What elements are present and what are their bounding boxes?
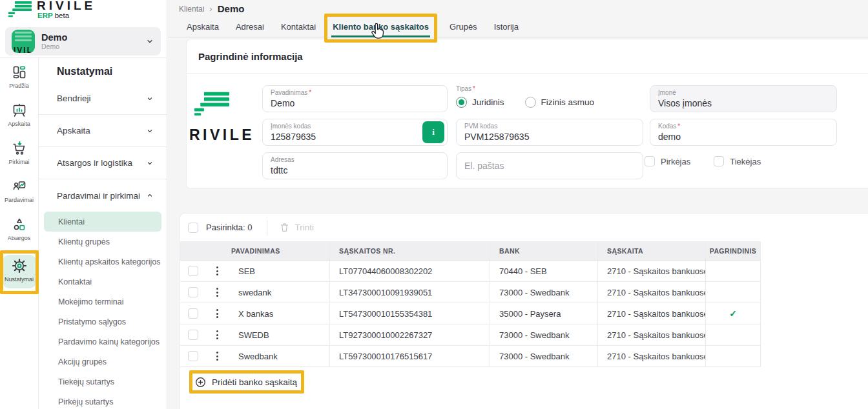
sidebar-item-klientu-grupes[interactable]: Klientų grupės [39, 232, 167, 252]
table-row[interactable]: swedank LT347300010091939051 73000 - Swe… [180, 282, 761, 303]
nav-group-apskaita[interactable]: Apskaita [39, 115, 167, 147]
tab-kliento-banko-saskaitos[interactable]: Kliento banko sąskaitos [333, 17, 429, 37]
checkbox-pirkejas[interactable]: Pirkėjas [645, 156, 690, 166]
row-checkbox[interactable] [188, 308, 198, 319]
nav-group-atsargos-logistika[interactable]: Atsargos ir logistika [39, 147, 167, 179]
brand-product: ERP [37, 12, 53, 19]
rail-item-pardavimai[interactable]: Pardavimai [3, 179, 36, 210]
company-avatar: IVIL [12, 30, 35, 53]
sidebar-item-akciju-grupes[interactable]: Akcijų grupės [39, 352, 167, 372]
rail-item-nustatymai[interactable]: Nustatymai [3, 255, 36, 288]
pvm-kodas-field[interactable]: PVM kodas PVM125879635 [456, 119, 643, 146]
rail-item-pradzia[interactable]: Pradžia [3, 65, 36, 95]
nav-group-bendrieji[interactable]: Bendrieji [39, 83, 167, 115]
toolbar-divider [267, 220, 267, 235]
tab-bar: Apskaita Adresai Kontaktai Kliento banko… [168, 17, 868, 37]
radio-fizinis-asmuo[interactable]: Fizinis asmuo [525, 97, 595, 108]
breadcrumb-separator-icon: › [209, 4, 212, 14]
sidebar-item-pirkeju-sutartys[interactable]: Pirkėjų sutartys [39, 392, 167, 409]
info-button[interactable]: i [422, 121, 444, 143]
tab-istorija[interactable]: Istorija [494, 17, 519, 37]
row-menu-icon[interactable] [212, 350, 222, 361]
el-pastas-field[interactable]: El. paštas [456, 152, 643, 179]
pavadinimas-field[interactable]: Pavadinimas* Demo [262, 85, 448, 112]
imone-field[interactable]: Įmonė Visos įmonės [650, 85, 837, 112]
table-row[interactable]: SWEDB LT927300010002267327 73000 - Swedb… [180, 324, 761, 346]
tab-grupes[interactable]: Grupės [450, 17, 477, 37]
rail-item-pirkimai[interactable]: Pirkimai [3, 141, 36, 172]
subnav-title: Nustatymai [39, 66, 167, 83]
company-selector[interactable]: IVIL Demo Demo [5, 27, 161, 55]
breadcrumb: Klientai › Demo [168, 0, 868, 17]
chevron-down-icon [146, 159, 154, 167]
sidebar-item-mokejimo-terminai[interactable]: Mokėjimo terminai [39, 292, 167, 312]
brand-subtitle: ERPbeta [37, 12, 69, 19]
row-menu-icon[interactable] [212, 329, 222, 340]
chevron-down-icon [146, 127, 154, 135]
plus-circle-icon [195, 377, 206, 388]
icon-rail: Pradžia Apskaita Pirkimai [0, 58, 39, 409]
row-menu-icon[interactable] [212, 265, 222, 276]
row-menu-icon[interactable] [212, 308, 222, 319]
tab-apskaita[interactable]: Apskaita [187, 17, 219, 37]
checkbox-icon[interactable] [645, 156, 655, 166]
tipas-radio-group: Tipas* Juridinis Fizinis asmuo [456, 85, 643, 108]
trash-icon [279, 222, 290, 233]
main-content: Klientai › Demo Apskaita Adresai Kontakt… [168, 0, 868, 409]
bank-accounts-table: PAVADINIMAS SĄSKAITOS NR. BANK SĄSKAITA … [180, 241, 761, 367]
radio-unselected-icon[interactable] [525, 97, 536, 108]
brand-header: RIVILE ERPbeta IVIL Demo Demo [0, 0, 167, 58]
chevron-up-icon [146, 192, 154, 199]
sidebar-item-kontaktai[interactable]: Kontaktai [39, 272, 167, 292]
table-row[interactable]: X bankas LT547300010155354381 35000 - Pa… [180, 303, 761, 324]
sidebar-item-pardavimo-kainu-kategorijos[interactable]: Pardavimo kainų kategorijos [39, 332, 167, 352]
sidebar-item-klientai[interactable]: Klientai [44, 212, 161, 232]
adresas-field[interactable]: Adresas tdttc [262, 152, 448, 179]
pvm-kodas-value: PVM125879635 [464, 131, 635, 143]
nav-group-pardavimai-pirkimai[interactable]: Pardavimai ir pirkimai [39, 179, 167, 212]
imone-value: Visos įmonės [658, 97, 829, 109]
row-checkbox[interactable] [188, 266, 198, 276]
row-checkbox[interactable] [188, 351, 198, 361]
main-account-check-icon: ✓ [729, 308, 737, 319]
table-toolbar: Pasirinkta: 0 Trinti [180, 214, 868, 241]
report-board-icon [12, 103, 27, 118]
col-header-saskaita: SĄSKAITA [598, 241, 706, 260]
tab-kontaktai[interactable]: Kontaktai [281, 17, 316, 37]
table-row[interactable]: SEB LT077044060008302202 70440 - SEB 271… [180, 261, 761, 282]
sidebar-item-tiekeju-sutartys[interactable]: Tiekėjų sutartys [39, 372, 167, 392]
add-bank-account-button[interactable]: Pridėti banko sąskaitą [195, 375, 297, 389]
select-all-checkbox[interactable] [188, 223, 198, 233]
app-window: RIVILE ERPbeta IVIL Demo Demo Pradžia [0, 0, 868, 409]
section-header: Pagrindinė informacija [187, 39, 868, 74]
row-checkbox[interactable] [188, 287, 198, 297]
role-checkbox-group: Pirkėjas Tiekėjas [645, 156, 761, 166]
adresas-value: tdttc [271, 165, 439, 176]
rail-item-atsargos[interactable]: Atsargos [3, 217, 36, 248]
breadcrumb-current: Demo [218, 3, 245, 14]
main-info-card: Pagrindinė informacija RIVILE Pavadinima… [186, 39, 868, 189]
form-body: RIVILE Pavadinimas* Demo Tipas* Juridini… [187, 74, 868, 189]
row-menu-icon[interactable] [212, 286, 222, 297]
table-row[interactable]: Swedbank LT597300010176515617 73000 - Sw… [180, 346, 761, 367]
kodas-field[interactable]: Kodas* demo [650, 119, 837, 146]
selected-count-label: Pasirinkta: 0 [206, 223, 253, 232]
sidebar-item-pristatymo-salygos[interactable]: Pristatymo sąlygos [39, 312, 167, 332]
checkbox-tiekejas[interactable]: Tiekėjas [714, 156, 761, 166]
imones-kodas-field[interactable]: Įmonės kodas 125879635 i [262, 119, 448, 146]
rail-label: Pirkimai [8, 159, 29, 165]
sidebar-item-klientu-apskaitos-kategorijos[interactable]: Klientų apskaitos kategorijos [39, 252, 167, 272]
rail-label: Pardavimai [5, 197, 34, 203]
row-checkbox[interactable] [188, 330, 198, 340]
radio-juridinis[interactable]: Juridinis [456, 97, 504, 108]
col-header-bank: BANK [490, 241, 598, 260]
radio-selected-icon[interactable] [456, 97, 467, 108]
checkbox-icon[interactable] [714, 156, 724, 166]
delete-button[interactable]: Trinti [279, 222, 315, 233]
tab-adresai[interactable]: Adresai [236, 17, 264, 37]
breadcrumb-parent[interactable]: Klientai [179, 5, 204, 14]
inventory-shapes-icon [12, 217, 27, 232]
section-title: Pagrindinė informacija [198, 51, 303, 62]
rail-item-apskaita[interactable]: Apskaita [3, 103, 36, 134]
rail-label: Atsargos [8, 235, 31, 241]
